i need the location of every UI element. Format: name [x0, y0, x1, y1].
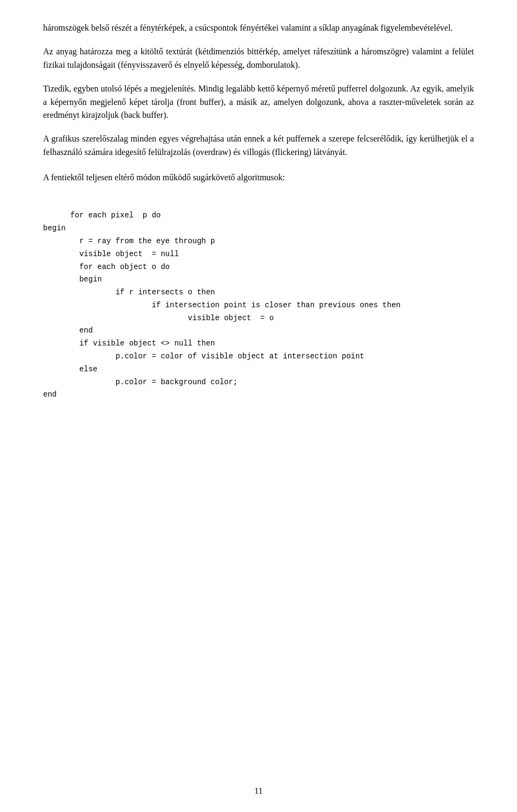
- paragraph-3: Tizedik, egyben utolsó lépés a megjelení…: [43, 82, 474, 122]
- paragraph-5: A grafikus szerelőszalag minden egyes vé…: [43, 132, 474, 159]
- paragraph-1: háromszögek belső részét a fénytérképek,…: [43, 22, 474, 35]
- paragraph-5-text: A grafikus szerelőszalag minden egyes vé…: [43, 134, 474, 157]
- paragraph-1-text: háromszögek belső részét a fénytérképek,…: [43, 23, 453, 32]
- page-number: 11: [254, 786, 262, 796]
- code-block: for each pixel p do begin r = ray from t…: [43, 197, 474, 415]
- section-heading-text: A fentiektől teljesen eltérő módon működ…: [43, 173, 285, 182]
- page-number-text: 11: [254, 786, 262, 795]
- paragraph-3-text: Tizedik, egyben utolsó lépés a megjelení…: [43, 84, 408, 93]
- paragraph-2-text: Az anyag határozza meg a kitöltő textúrá…: [43, 47, 474, 69]
- page-container: háromszögek belső részét a fénytérképek,…: [0, 0, 517, 812]
- section-heading: A fentiektől teljesen eltérő módon működ…: [43, 171, 474, 185]
- paragraph-2: Az anyag határozza meg a kitöltő textúrá…: [43, 45, 474, 72]
- code-block-text: for each pixel p do begin r = ray from t…: [43, 211, 401, 399]
- body-text: háromszögek belső részét a fénytérképek,…: [43, 22, 474, 414]
